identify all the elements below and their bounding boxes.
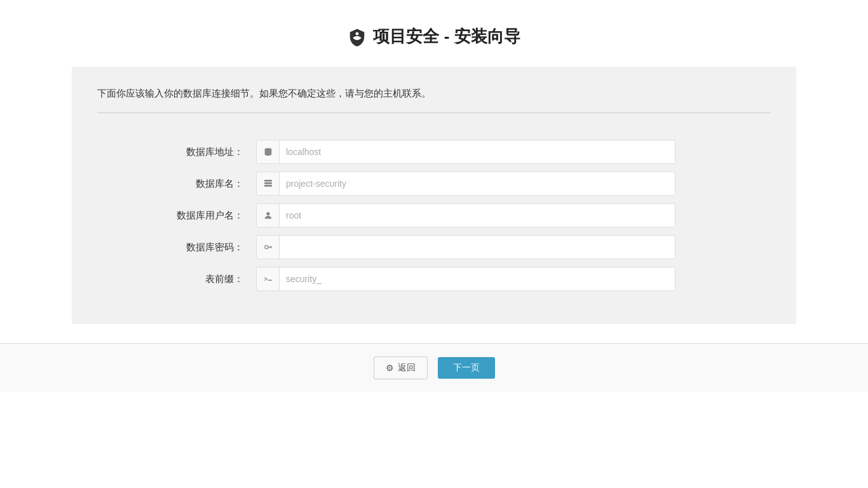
form-row-db-name: 数据库名：: [97, 172, 771, 196]
field-wrap-db-prefix: [256, 267, 675, 291]
input-db-name[interactable]: [280, 172, 675, 195]
database-icon: [257, 140, 280, 163]
input-db-host[interactable]: [280, 140, 675, 163]
user-icon: [257, 204, 280, 227]
terminal-icon: [257, 268, 280, 290]
field-wrap-db-user: [256, 203, 675, 227]
main-card: 下面你应该输入你的数据库连接细节。如果您不确定这些，请与您的主机联系。 数据库地…: [72, 67, 796, 324]
field-wrap-db-host: [256, 140, 675, 164]
input-db-user[interactable]: [280, 204, 675, 227]
divider: [97, 112, 771, 113]
form-row-db-host: 数据库地址：: [97, 140, 771, 164]
svg-point-4: [266, 212, 269, 215]
page-title-row: 项目安全 - 安装向导: [348, 25, 520, 48]
field-wrap-db-name: [256, 172, 675, 196]
back-button[interactable]: ⚙ 返回: [374, 356, 428, 379]
label-db-host: 数据库地址：: [97, 140, 256, 164]
input-db-prefix[interactable]: [280, 268, 675, 290]
footer-bar: ⚙ 返回 下一页: [0, 343, 868, 392]
next-button[interactable]: 下一页: [438, 357, 495, 379]
field-wrap-db-password: [256, 235, 675, 259]
label-db-password: 数据库密码：: [97, 235, 256, 259]
shield-icon: [348, 27, 367, 46]
key-icon: [257, 236, 280, 259]
label-db-prefix: 表前缀：: [97, 267, 256, 291]
label-db-user: 数据库用户名：: [97, 203, 256, 227]
form-row-db-prefix: 表前缀：: [97, 267, 771, 291]
page-title: 项目安全 - 安装向导: [373, 25, 520, 48]
label-db-name: 数据库名：: [97, 172, 256, 196]
svg-rect-3: [264, 185, 272, 187]
back-label: 返回: [398, 362, 416, 374]
form-row-db-user: 数据库用户名：: [97, 203, 771, 227]
next-label: 下一页: [453, 362, 480, 372]
svg-rect-2: [264, 182, 272, 184]
input-db-password[interactable]: [280, 236, 675, 259]
svg-point-5: [264, 245, 268, 248]
description-text: 下面你应该输入你的数据库连接细节。如果您不确定这些，请与您的主机联系。: [97, 86, 771, 101]
gear-icon: ⚙: [386, 363, 394, 373]
table-icon: [257, 172, 280, 195]
svg-rect-1: [264, 180, 272, 182]
form-row-db-password: 数据库密码：: [97, 235, 771, 259]
form-table: 数据库地址： 数据库名：: [97, 132, 771, 299]
page-wrapper: 项目安全 - 安装向导 下面你应该输入你的数据库连接细节。如果您不确定这些，请与…: [0, 0, 868, 488]
